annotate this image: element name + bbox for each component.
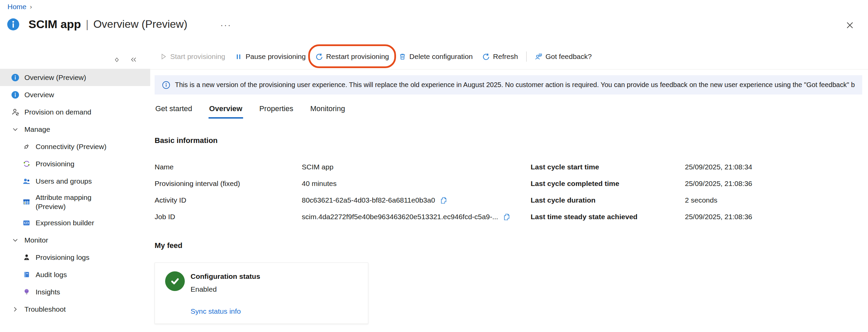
tab-properties[interactable]: Properties (259, 102, 294, 119)
restart-provisioning-button[interactable]: Restart provisioning (311, 49, 394, 64)
app-info-icon (7, 18, 20, 31)
code-icon (22, 219, 31, 227)
chevron-down-icon (11, 125, 19, 133)
sidebar-item-label: Attribute mapping (Preview) (36, 193, 108, 211)
command-bar: Start provisioning Pause provisioning (150, 44, 868, 69)
sidebar-item-provision-on-demand[interactable]: Provision on demand (0, 103, 150, 121)
sidebar-item-users-and-groups[interactable]: Users and groups (0, 172, 150, 190)
title-separator: | (86, 18, 88, 30)
sidebar-section-label: Manage (24, 125, 50, 133)
sidebar-section-troubleshoot[interactable]: Troubleshoot (0, 300, 150, 318)
card-title: Configuration status (191, 272, 260, 281)
status-value: Enabled (191, 285, 217, 293)
info-value: SCIM app (302, 163, 333, 171)
breadcrumb: Home › (7, 3, 32, 11)
page-title: SCIM app | Overview (Preview) (28, 18, 188, 31)
feedback-icon (535, 53, 542, 61)
sidebar-item-audit-logs[interactable]: Audit logs (0, 266, 150, 283)
main-content: Start provisioning Pause provisioning (150, 44, 868, 332)
breadcrumb-home-link[interactable]: Home (7, 3, 26, 11)
command-label: Start provisioning (170, 53, 225, 61)
banner-message: This is a new version of the provisionin… (175, 81, 855, 89)
provisioning-overview-page: Home › SCIM app | Overview (Preview) ··· (0, 0, 868, 332)
info-label: Last time steady state achieved (531, 213, 637, 221)
sidebar-item-provisioning[interactable]: Provisioning (0, 155, 150, 172)
activity-id-value: 80c63621-62a5-4d03-bf82-6a6811e0b3a0 (302, 196, 448, 204)
info-value: 40 minutes (302, 180, 337, 188)
lightbulb-icon (22, 288, 31, 296)
sidebar-item-connectivity[interactable]: Connectivity (Preview) (0, 138, 150, 155)
info-label: Last cycle duration (531, 196, 595, 204)
more-options-icon[interactable]: ··· (220, 20, 232, 30)
collapse-menu-icon[interactable] (128, 54, 139, 65)
sidebar-item-label: Provisioning logs (36, 253, 90, 262)
info-value: 2 seconds (685, 196, 717, 204)
sidebar-item-label: Provision on demand (24, 108, 91, 116)
sidebar-item-label: Provisioning (36, 160, 74, 168)
sidebar-item-label: Connectivity (Preview) (36, 143, 106, 151)
pause-provisioning-button[interactable]: Pause provisioning (230, 49, 310, 64)
resize-menu-icon[interactable] (111, 54, 122, 65)
sidebar-item-insights[interactable]: Insights (0, 283, 150, 300)
sidebar-item-expression-builder[interactable]: Expression builder (0, 214, 150, 231)
start-provisioning-button: Start provisioning (155, 49, 230, 64)
tab-overview[interactable]: Overview (209, 102, 243, 119)
basic-information-table: Name SCIM app Last cycle start time 25/0… (150, 162, 868, 233)
tab-monitoring[interactable]: Monitoring (310, 102, 346, 119)
basic-information-title: Basic information (155, 136, 218, 145)
info-icon (11, 74, 19, 82)
got-feedback-button[interactable]: Got feedback? (530, 49, 597, 64)
sidebar-item-overview-preview[interactable]: Overview (Preview) (0, 69, 150, 86)
copy-icon[interactable] (440, 196, 448, 204)
plug-icon (22, 143, 31, 151)
copy-icon[interactable] (503, 213, 511, 221)
sidebar-item-provisioning-logs[interactable]: Provisioning logs (0, 249, 150, 266)
command-label: Refresh (493, 53, 518, 61)
delete-configuration-button[interactable]: Delete configuration (394, 49, 477, 64)
command-label: Delete configuration (409, 53, 473, 61)
restart-icon (315, 53, 323, 61)
command-label: Restart provisioning (326, 53, 389, 61)
info-value: scim.4da2272f9f5e40be963463620e513321.ec… (302, 213, 498, 221)
person-sync-icon (11, 108, 19, 116)
info-label: Provisioning interval (fixed) (155, 180, 240, 188)
configuration-status-card: Configuration status Enabled Sync status… (155, 263, 368, 324)
sidebar-section-label: Monitor (24, 236, 48, 244)
command-label: Pause provisioning (245, 53, 305, 61)
info-label: Last cycle start time (531, 163, 599, 171)
sidebar-section-monitor[interactable]: Monitor (0, 231, 150, 249)
sidebar-controls (0, 53, 150, 66)
pause-icon (235, 53, 242, 61)
sidebar-item-label: Users and groups (36, 177, 92, 185)
info-outline-icon (162, 81, 170, 89)
close-icon[interactable] (844, 19, 856, 31)
job-id-value: scim.4da2272f9f5e40be963463620e513321.ec… (302, 213, 511, 221)
chevron-right-icon (11, 305, 19, 313)
breadcrumb-chevron-icon: › (30, 3, 32, 11)
info-icon (11, 91, 19, 99)
info-value: 80c63621-62a5-4d03-bf82-6a6811e0b3a0 (302, 196, 435, 204)
info-banner: This is a new version of the provisionin… (155, 75, 862, 95)
info-value: 25/09/2025, 21:08:36 (685, 213, 752, 221)
app-name: SCIM app (28, 18, 81, 31)
info-label: Name (155, 163, 174, 171)
sidebar-item-label: Overview (Preview) (24, 74, 86, 82)
sidebar-item-attribute-mapping[interactable]: Attribute mapping (Preview) (0, 190, 150, 214)
sidebar-item-label: Overview (24, 91, 54, 99)
chevron-down-icon (11, 236, 19, 244)
sidebar-section-manage[interactable]: Manage (0, 121, 150, 138)
my-feed-title: My feed (155, 241, 182, 250)
sidebar-menu: Overview (Preview) Overview (0, 69, 150, 318)
info-label: Activity ID (155, 196, 186, 204)
sync-status-info-link[interactable]: Sync status info (191, 307, 241, 315)
sidebar-item-label: Expression builder (36, 219, 94, 227)
sidebar-item-overview[interactable]: Overview (0, 86, 150, 103)
delete-icon (398, 53, 406, 61)
sidebar-item-label: Audit logs (36, 271, 67, 279)
info-label: Last cycle completed time (531, 180, 619, 188)
sidebar-item-label: Insights (36, 288, 60, 296)
page-title-text: Overview (Preview) (93, 18, 187, 30)
tab-get-started[interactable]: Get started (155, 102, 193, 119)
refresh-button[interactable]: Refresh (477, 49, 523, 64)
refresh-icon (482, 53, 490, 61)
